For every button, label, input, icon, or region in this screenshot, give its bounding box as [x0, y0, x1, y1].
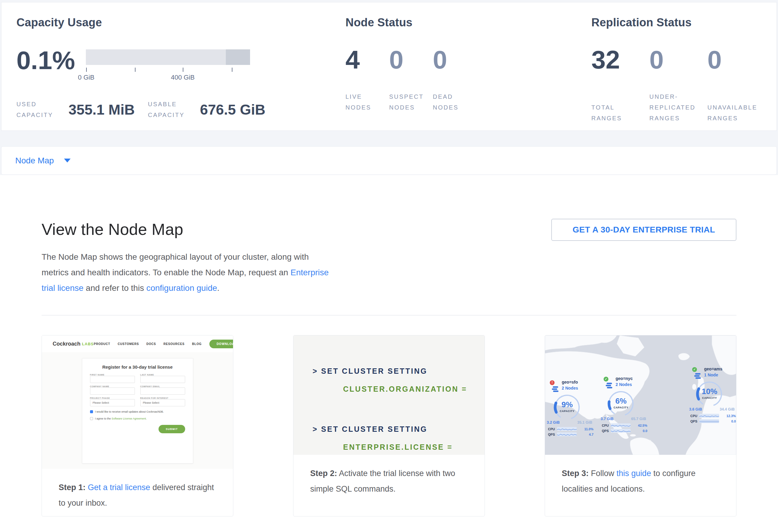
capacity-bar-ticks — [86, 68, 250, 72]
cpu-sparkline — [699, 414, 719, 418]
node-status-section: Node Status 4 0 0 LIVE NODES SUSPECT NOD… — [345, 16, 476, 113]
qps-sparkline — [557, 432, 577, 436]
live-nodes-label: LIVE NODES — [345, 91, 389, 113]
trial-license-site-screenshot: Cockroach LABS PRODUCT CUSTOMERS DOCS RE… — [42, 335, 233, 469]
suspect-nodes-count: 0 — [389, 46, 433, 73]
company-email-field — [140, 387, 185, 395]
capacity-gauge: 10% CAPACITY — [696, 380, 723, 408]
company-name-field — [90, 387, 135, 395]
configuration-guide-link[interactable]: configuration guide — [146, 283, 217, 293]
node-map-selector-label[interactable]: Node Map — [15, 156, 54, 165]
usable-capacity-value: 676.5 GiB — [200, 101, 265, 118]
reason-select: Please Select — [140, 399, 185, 406]
license-agreement-checkbox — [90, 417, 93, 420]
step1-card: Cockroach LABS PRODUCT CUSTOMERS DOCS RE… — [42, 335, 233, 517]
mock-download-button: DOWNLOAD — [209, 339, 233, 348]
node-map-preview: ! geo=sfo 2 Nodes 9% CAPACITY 3.2 — [545, 335, 736, 455]
capacity-usage-title: Capacity Usage — [16, 16, 265, 29]
under-replicated-count: 0 — [649, 46, 707, 73]
cpu-sparkline — [611, 424, 631, 427]
trial-register-form: Register for a 30-day trial license FIRS… — [82, 358, 193, 463]
replication-status-section: Replication Status 32 0 0 TOTAL RANGES U… — [591, 16, 765, 124]
qps-sparkline — [699, 419, 719, 423]
step3-card: ! geo=sfo 2 Nodes 9% CAPACITY 3.2 — [545, 335, 736, 517]
dead-nodes-count: 0 — [433, 46, 476, 73]
warning-badge-icon: ! — [550, 380, 555, 385]
capacity-bar-track — [86, 49, 250, 65]
step2-card: > SET CLUSTER SETTING CLUSTER.ORGANIZATI… — [293, 335, 485, 517]
enterprise-trial-license-link[interactable]: trial license — [42, 283, 83, 293]
cockroach-logo-word: Cockroach — [53, 341, 80, 347]
dead-nodes-label: DEAD NODES — [433, 91, 476, 113]
get-trial-license-link[interactable]: Get a trial license — [88, 483, 150, 492]
trial-form-title: Register for a 30-day trial license — [90, 365, 185, 370]
sql-commands-snippet: > SET CLUSTER SETTING CLUSTER.ORGANIZATI… — [294, 335, 484, 455]
intro-description: The Node Map shows the geographical layo… — [42, 249, 344, 296]
total-ranges-count: 32 — [591, 46, 649, 73]
step2-caption: Step 2: Activate the trial license with … — [294, 455, 484, 497]
unavailable-label: UNAVAILABLE RANGES — [707, 102, 765, 124]
qps-sparkline — [611, 429, 631, 433]
database-stack-icon — [552, 386, 559, 393]
enterprise-trial-license-link[interactable]: Enterprise — [291, 268, 329, 277]
used-capacity-label: USED CAPACITY — [16, 99, 64, 120]
tick-label-400gib: 400 GiB — [171, 74, 195, 81]
healthy-badge-icon: ✓ — [604, 377, 608, 381]
cpu-sparkline — [557, 427, 577, 431]
mock-site-nav: PRODUCT CUSTOMERS DOCS RESOURCES BLOG — [94, 342, 202, 346]
this-guide-link[interactable]: this guide — [617, 469, 651, 478]
chevron-down-icon — [64, 159, 71, 162]
node-map-selector[interactable]: Node Map — [1, 146, 777, 175]
cockroach-logo-labs: LABS — [82, 342, 94, 346]
node-status-title: Node Status — [345, 16, 476, 29]
database-stack-icon — [694, 373, 701, 380]
step3-caption: Step 3: Follow this guide to configure l… — [545, 455, 736, 497]
first-name-field — [90, 376, 135, 383]
node-map-placeholder-content: View the Node Map The Node Map shows the… — [0, 175, 778, 532]
suspect-nodes-label: SUSPECT NODES — [389, 91, 433, 113]
cluster-summary-panel: Capacity Usage 0.1% 0 GiB 400 GiB — [1, 2, 777, 131]
used-capacity-value: 355.1 MiB — [69, 101, 135, 118]
mock-submit-button: SUBMIT — [159, 425, 185, 433]
capacity-usage-section: Capacity Usage 0.1% 0 GiB 400 GiB — [16, 16, 265, 120]
section-divider — [42, 315, 736, 315]
get-enterprise-trial-button[interactable]: GET A 30-DAY ENTERPRISE TRIAL — [551, 219, 736, 241]
capacity-gauge: 6% CAPACITY — [607, 390, 635, 417]
last-name-field — [140, 376, 185, 383]
capacity-bar: 0 GiB 400 GiB — [86, 47, 250, 83]
unavailable-count: 0 — [707, 46, 765, 73]
under-replicated-label: UNDER-REPLICATED RANGES — [649, 91, 707, 124]
live-nodes-count: 4 — [345, 46, 389, 73]
capacity-bar-reserved-segment — [226, 49, 250, 65]
replication-status-title: Replication Status — [591, 16, 765, 29]
usable-capacity-label: USABLE CAPACITY — [148, 99, 196, 120]
page-title: View the Node Map — [42, 220, 344, 238]
email-updates-checkbox — [90, 410, 93, 413]
step1-caption: Step 1: Get a trial license delivered st… — [42, 469, 233, 511]
project-phase-select: Please Select — [90, 399, 135, 406]
healthy-badge-icon: ✓ — [692, 367, 697, 372]
total-ranges-label: TOTAL RANGES — [591, 102, 649, 124]
capacity-gauge: 9% CAPACITY — [553, 393, 581, 421]
capacity-percent: 0.1% — [16, 47, 75, 83]
database-stack-icon — [606, 383, 613, 389]
tick-label-0gib: 0 GiB — [78, 74, 94, 81]
